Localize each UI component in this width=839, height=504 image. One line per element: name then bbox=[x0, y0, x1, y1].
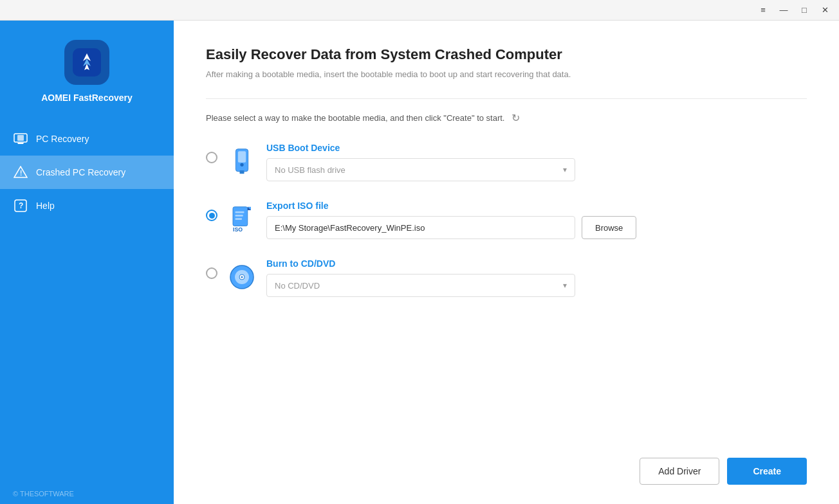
minimize-button[interactable]: — bbox=[775, 3, 793, 17]
hint-text: Please select a way to make the bootable… bbox=[206, 113, 504, 123]
radio-iso[interactable] bbox=[206, 210, 217, 221]
app-logo bbox=[64, 40, 109, 85]
sidebar-item-crashed-pc-recovery[interactable]: ! Crashed PC Recovery bbox=[0, 156, 174, 189]
menu-button[interactable]: ≡ bbox=[754, 3, 772, 17]
app-name: AOMEI FastRecovery bbox=[41, 93, 133, 103]
create-button[interactable]: Create bbox=[727, 458, 807, 485]
refresh-icon[interactable]: ↻ bbox=[510, 112, 521, 123]
sidebar-footer: © THESOFTWARE bbox=[0, 483, 174, 504]
select-hint: Please select a way to make the bootable… bbox=[206, 112, 807, 123]
browse-button[interactable]: Browse bbox=[582, 216, 636, 239]
page-title: Easily Recover Data from System Crashed … bbox=[206, 46, 807, 63]
option-row-iso: ISO Export ISO file Browse bbox=[206, 201, 807, 239]
page-subtitle: After making a bootable media, insert th… bbox=[206, 69, 807, 79]
usb-dropdown[interactable]: No USB flash drive ▾ bbox=[266, 158, 575, 181]
option-content-iso: Export ISO file Browse bbox=[266, 201, 807, 239]
options-container: USB Boot Device No USB flash drive ▾ bbox=[206, 143, 807, 445]
svg-text:?: ? bbox=[19, 201, 23, 210]
sidebar-item-label-help: Help bbox=[36, 201, 55, 211]
svg-rect-12 bbox=[235, 212, 244, 213]
svg-rect-7 bbox=[238, 151, 246, 163]
sidebar-nav: PC Recovery ! Crashed PC Recovery ? bbox=[0, 122, 174, 222]
cd-dropdown-text: No CD/DVD bbox=[275, 281, 320, 291]
chevron-down-icon: ▾ bbox=[563, 165, 567, 174]
option-row-usb: USB Boot Device No USB flash drive ▾ bbox=[206, 143, 807, 181]
radio-usb[interactable] bbox=[206, 152, 217, 163]
chevron-down-icon-2: ▾ bbox=[563, 281, 567, 290]
cd-dropdown[interactable]: No CD/DVD ▾ bbox=[266, 274, 575, 297]
svg-text:ISO: ISO bbox=[233, 226, 243, 233]
logo-icon bbox=[73, 48, 101, 76]
sidebar-item-help[interactable]: ? Help bbox=[0, 189, 174, 222]
cd-option-label: Burn to CD/DVD bbox=[266, 258, 807, 269]
sidebar-item-label-crashed: Crashed PC Recovery bbox=[36, 167, 125, 177]
close-button[interactable]: ✕ bbox=[816, 3, 834, 17]
bottom-actions: Add Driver Create bbox=[206, 445, 807, 485]
option-content-usb: USB Boot Device No USB flash drive ▾ bbox=[266, 143, 807, 181]
usb-option-label: USB Boot Device bbox=[266, 143, 807, 153]
radio-cd[interactable] bbox=[206, 267, 217, 279]
option-content-cd: Burn to CD/DVD No CD/DVD ▾ bbox=[266, 258, 807, 297]
iso-icon: ISO bbox=[228, 203, 256, 235]
usb-dropdown-text: No USB flash drive bbox=[275, 165, 346, 175]
sidebar-item-pc-recovery[interactable]: PC Recovery bbox=[0, 122, 174, 156]
svg-rect-13 bbox=[235, 215, 243, 217]
pc-recovery-icon bbox=[13, 131, 28, 147]
divider bbox=[206, 98, 807, 99]
svg-point-19 bbox=[241, 276, 243, 278]
crashed-pc-icon: ! bbox=[13, 165, 28, 180]
svg-rect-8 bbox=[240, 170, 244, 174]
help-icon: ? bbox=[13, 198, 28, 213]
option-row-cd: Burn to CD/DVD No CD/DVD ▾ bbox=[206, 258, 807, 297]
title-bar: ≡ — □ ✕ bbox=[0, 0, 839, 21]
sidebar-item-label-pc-recovery: PC Recovery bbox=[36, 134, 89, 144]
svg-text:!: ! bbox=[20, 170, 22, 177]
svg-point-9 bbox=[240, 163, 243, 166]
maximize-button[interactable]: □ bbox=[795, 3, 813, 17]
svg-rect-2 bbox=[17, 135, 24, 141]
add-driver-button[interactable]: Add Driver bbox=[640, 458, 719, 485]
usb-icon bbox=[228, 145, 256, 177]
iso-option-label: Export ISO file bbox=[266, 201, 807, 211]
app-container: AOMEI FastRecovery PC Recovery ! bbox=[0, 21, 839, 504]
svg-rect-14 bbox=[235, 218, 243, 220]
dvd-icon bbox=[228, 261, 256, 293]
main-content: Easily Recover Data from System Crashed … bbox=[174, 21, 839, 504]
iso-input-row: Browse bbox=[266, 216, 807, 239]
iso-path-input[interactable] bbox=[266, 216, 575, 239]
sidebar: AOMEI FastRecovery PC Recovery ! bbox=[0, 21, 174, 504]
